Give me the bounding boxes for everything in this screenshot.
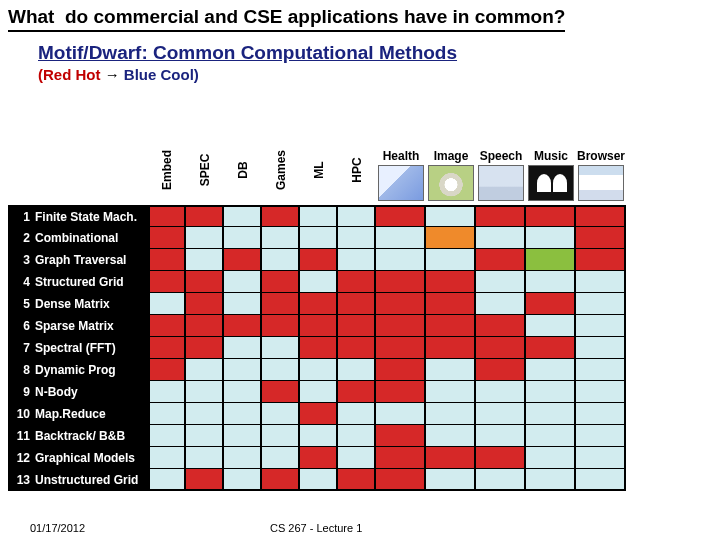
heatmap-cell [526,381,576,403]
heatmap-cell [338,205,376,227]
heatmap-cell [526,359,576,381]
heatmap-row: 13Unstructured Grid [8,469,712,491]
speech-icon [478,165,524,201]
heatmap-cell [300,271,338,293]
heatmap-cell [262,447,300,469]
heatmap-cell [376,271,426,293]
heatmap-cell [224,227,262,249]
heatmap-cell [476,425,526,447]
heatmap-cell [376,227,426,249]
heatmap-cell [148,447,186,469]
heatmap-cell [300,227,338,249]
row-label: 2Combinational [8,227,148,249]
column-headers: Embed SPEC DB Games ML HPC Health Image … [148,120,712,205]
heatmap-cell [576,249,626,271]
heatmap-cell [476,249,526,271]
heatmap-cell [224,293,262,315]
heatmap-cell [262,271,300,293]
heatmap-cell [262,403,300,425]
row-label: 6Sparse Matrix [8,315,148,337]
heatmap-cell [426,205,476,227]
heatmap-cell [576,381,626,403]
heatmap-cell [526,227,576,249]
col-games: Games [262,120,300,205]
image-icon [428,165,474,201]
col-browser: Browser [576,120,626,205]
heatmap-cell [186,315,224,337]
heatmap-cell [338,359,376,381]
heatmap-cell [186,205,224,227]
heatmap-cell [376,359,426,381]
heatmap-cell [338,425,376,447]
heatmap-cell [426,403,476,425]
heatmap-cell [262,293,300,315]
footer-course: CS 267 - Lecture 1 [270,522,362,534]
row-label: 10Map.Reduce [8,403,148,425]
heatmap-cell [224,447,262,469]
heatmap-grid: 1Finite State Mach.2Combinational3Graph … [8,205,712,491]
heatmap-cell [224,337,262,359]
heatmap-cell [576,337,626,359]
heatmap-cell [148,425,186,447]
heatmap-cell [224,425,262,447]
heatmap-cell [426,249,476,271]
heatmap-cell [262,425,300,447]
heatmap-row: 5Dense Matrix [8,293,712,315]
row-label: 9N-Body [8,381,148,403]
heatmap-cell [576,293,626,315]
heatmap-cell [224,249,262,271]
heatmap-row: 10Map.Reduce [8,403,712,425]
heatmap-cell [426,337,476,359]
heatmap-cell [148,205,186,227]
heatmap-cell [476,403,526,425]
row-label: 8Dynamic Prog [8,359,148,381]
heatmap-cell [148,403,186,425]
legend-cool: Blue Cool) [124,66,199,83]
heatmap-row: 2Combinational [8,227,712,249]
heatmap-cell [148,315,186,337]
music-icon [528,165,574,201]
heatmap-cell [186,359,224,381]
heatmap-cell [186,293,224,315]
slide-footer: 01/17/2012 CS 267 - Lecture 1 [30,522,690,534]
heatmap-cell [300,447,338,469]
heatmap-cell [526,469,576,491]
heatmap-cell [376,425,426,447]
heatmap-cell [576,227,626,249]
heatmap-cell [476,381,526,403]
heatmap-cell [262,249,300,271]
heatmap-row: 7Spectral (FFT) [8,337,712,359]
heatmap-cell [426,425,476,447]
heatmap-cell [426,271,476,293]
heatmap-cell [476,227,526,249]
row-label: 5Dense Matrix [8,293,148,315]
heatmap-cell [300,337,338,359]
col-hpc: HPC [338,120,376,205]
heatmap-cell [476,469,526,491]
heatmap-cell [300,205,338,227]
col-embed: Embed [148,120,186,205]
heatmap-cell [526,337,576,359]
heatmap-cell [576,403,626,425]
heatmap-cell [576,425,626,447]
heatmap-cell [224,205,262,227]
heatmap-cell [426,381,476,403]
heatmap-row: 6Sparse Matrix [8,315,712,337]
heatmap-cell [148,227,186,249]
heatmap-cell [262,469,300,491]
heatmap-row: 9N-Body [8,381,712,403]
row-label: 11Backtrack/ B&B [8,425,148,447]
heatmap-cell [300,381,338,403]
heatmap-chart: Embed SPEC DB Games ML HPC Health Image … [8,120,712,491]
heatmap-cell [262,381,300,403]
heatmap-cell [224,403,262,425]
heatmap-cell [300,293,338,315]
heatmap-cell [526,271,576,293]
heatmap-cell [148,249,186,271]
heatmap-cell [426,227,476,249]
slide-title: What do commercial and CSE applications … [8,6,565,32]
heatmap-row: 4Structured Grid [8,271,712,293]
heatmap-cell [376,249,426,271]
heatmap-row: 3Graph Traversal [8,249,712,271]
heatmap-cell [526,205,576,227]
